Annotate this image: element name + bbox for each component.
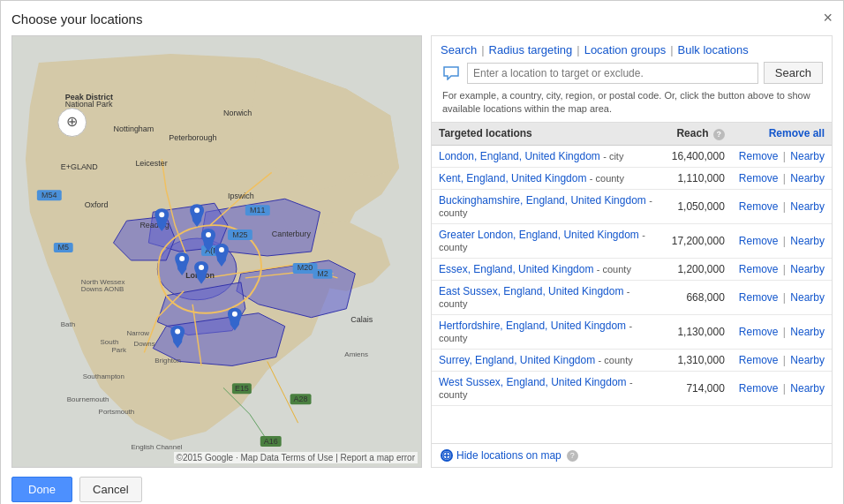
location-reach: 16,400,000: [665, 145, 732, 167]
svg-text:E+GLAND: E+GLAND: [61, 162, 99, 171]
location-icon: [441, 63, 462, 84]
location-text: Buckinghamshire, England, United Kingdom: [439, 194, 646, 207]
nav-groups[interactable]: Location groups: [584, 43, 667, 56]
search-bar-area: Search | Radius targeting | Location gro…: [432, 36, 832, 122]
location-text: West Sussex, England, United Kingdom: [439, 376, 627, 388]
location-actions: Remove | Nearby: [732, 349, 832, 371]
location-text: Hertfordshire, England, United Kingdom: [439, 320, 626, 332]
location-name[interactable]: Surrey, England, United Kingdom - county: [432, 349, 665, 371]
right-panel: Search | Radius targeting | Location gro…: [431, 35, 833, 468]
location-actions: Remove | Nearby: [732, 314, 832, 349]
sep2: |: [576, 43, 579, 56]
remove-link[interactable]: Remove: [739, 382, 779, 395]
location-name[interactable]: Essex, England, United Kingdom - county: [432, 258, 665, 280]
table-row: Kent, England, United Kingdom - county 1…: [432, 167, 832, 189]
svg-text:A16: A16: [264, 437, 278, 446]
reach-help-icon[interactable]: ?: [713, 129, 725, 140]
remove-link[interactable]: Remove: [739, 172, 779, 184]
remove-link[interactable]: Remove: [739, 354, 779, 366]
map-area: M54 M5 M25 A(M) M11 M2 M20: [11, 35, 422, 468]
remove-link[interactable]: Remove: [739, 291, 779, 304]
svg-text:Leicester: Leicester: [135, 159, 167, 168]
location-name[interactable]: East Sussex, England, United Kingdom - c…: [432, 280, 665, 314]
location-text: Greater London, England, United Kingdom: [439, 229, 639, 241]
remove-link[interactable]: Remove: [739, 263, 779, 275]
location-name[interactable]: Hertfordshire, England, United Kingdom -…: [432, 314, 665, 349]
table-row: London, England, United Kingdom - city 1…: [432, 145, 832, 167]
location-name[interactable]: Kent, England, United Kingdom - county: [432, 167, 665, 189]
location-reach: 668,000: [665, 280, 732, 314]
locations-table-wrap: Targeted locations Reach ? Remove all: [432, 122, 832, 443]
footer-help-icon[interactable]: ?: [567, 450, 578, 462]
search-button[interactable]: Search: [764, 62, 823, 84]
table-row: Hertfordshire, England, United Kingdom -…: [432, 314, 832, 349]
nav-radius[interactable]: Radius targeting: [489, 43, 573, 56]
table-row: East Sussex, England, United Kingdom - c…: [432, 280, 832, 314]
location-name[interactable]: Greater London, England, United Kingdom …: [432, 223, 665, 258]
remove-link[interactable]: Remove: [739, 235, 779, 247]
location-name[interactable]: London, England, United Kingdom - city: [432, 145, 665, 167]
nearby-link[interactable]: Nearby: [790, 354, 825, 366]
location-text: Essex, England, United Kingdom: [439, 263, 593, 275]
svg-text:Brighton: Brighton: [154, 357, 181, 365]
remove-all-button[interactable]: Remove all: [769, 127, 825, 139]
location-reach: 1,050,000: [665, 189, 732, 223]
svg-text:Southampton: Southampton: [83, 372, 124, 380]
svg-point-52: [179, 256, 185, 261]
table-row: West Sussex, England, United Kingdom - c…: [432, 371, 832, 405]
svg-text:Narrow: Narrow: [126, 329, 149, 337]
location-name[interactable]: West Sussex, England, United Kingdom - c…: [432, 371, 665, 405]
nearby-link[interactable]: Nearby: [790, 263, 825, 275]
location-actions: Remove | Nearby: [732, 167, 832, 189]
location-actions: Remove | Nearby: [732, 189, 832, 223]
panel-footer[interactable]: Hide locations on map ?: [432, 443, 832, 467]
nearby-link[interactable]: Nearby: [790, 200, 825, 213]
main-content: M54 M5 M25 A(M) M11 M2 M20: [11, 35, 833, 468]
nearby-link[interactable]: Nearby: [790, 150, 825, 162]
svg-text:South: South: [101, 338, 119, 346]
nearby-link[interactable]: Nearby: [790, 382, 825, 395]
done-button[interactable]: Done: [11, 477, 72, 502]
svg-text:Bath: Bath: [61, 320, 75, 328]
svg-text:Downs AONB: Downs AONB: [81, 285, 124, 293]
remove-link[interactable]: Remove: [739, 150, 779, 162]
location-dialog: Choose your locations ×: [0, 0, 844, 504]
search-hint: For example, a country, city, region, or…: [441, 89, 823, 117]
cancel-button[interactable]: Cancel: [79, 477, 141, 502]
dialog-footer: Done Cancel: [11, 477, 833, 502]
remove-link[interactable]: Remove: [739, 200, 779, 213]
location-text: London, England, United Kingdom: [439, 150, 600, 162]
location-name[interactable]: Buckinghamshire, England, United Kingdom…: [432, 189, 665, 223]
dialog-title: Choose your locations: [11, 11, 833, 26]
table-row: Greater London, England, United Kingdom …: [432, 223, 832, 258]
svg-point-50: [206, 232, 211, 237]
nearby-link[interactable]: Nearby: [790, 235, 825, 247]
location-actions: Remove | Nearby: [732, 223, 832, 258]
svg-text:Norwich: Norwich: [223, 109, 252, 117]
location-reach: 17,200,000: [665, 223, 732, 258]
svg-text:Bournemouth: Bournemouth: [67, 395, 109, 403]
hide-locations-icon: [441, 449, 453, 462]
nav-bulk[interactable]: Bulk locations: [678, 43, 749, 56]
location-text: East Sussex, England, United Kingdom: [439, 285, 623, 297]
search-input[interactable]: [467, 63, 758, 84]
location-reach: 714,000: [665, 371, 732, 405]
svg-text:Peterborough: Peterborough: [169, 133, 216, 142]
location-reach: 1,110,000: [665, 167, 732, 189]
map-svg: M54 M5 M25 A(M) M11 M2 M20: [12, 36, 421, 467]
location-actions: Remove | Nearby: [732, 145, 832, 167]
search-row: Search: [441, 62, 823, 84]
close-button[interactable]: ×: [823, 10, 833, 26]
col-actions: Remove all: [732, 123, 832, 146]
nearby-link[interactable]: Nearby: [790, 172, 825, 184]
remove-link[interactable]: Remove: [739, 326, 779, 338]
location-actions: Remove | Nearby: [732, 258, 832, 280]
location-type: - county: [590, 173, 624, 184]
nearby-link[interactable]: Nearby: [790, 326, 825, 338]
svg-text:Amiens: Amiens: [344, 350, 368, 358]
location-type: - county: [597, 264, 631, 275]
nav-search[interactable]: Search: [441, 43, 477, 56]
svg-text:M25: M25: [232, 230, 247, 239]
nearby-link[interactable]: Nearby: [790, 291, 825, 304]
sep3: |: [670, 43, 673, 56]
